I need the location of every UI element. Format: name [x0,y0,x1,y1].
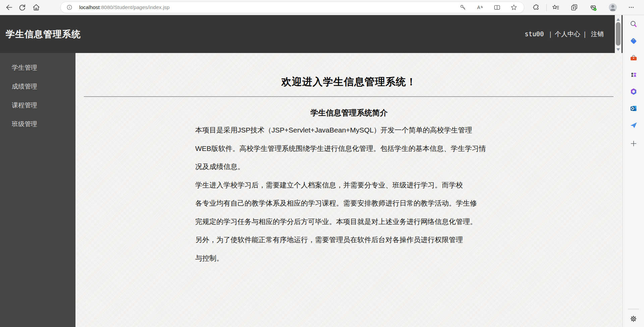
browser-essentials-button[interactable] [588,3,598,12]
rail-games-button[interactable] [629,70,639,80]
toolbar-separator [546,4,547,11]
read-aloud-icon: A [476,3,484,11]
more-options-button[interactable] [627,3,636,12]
separator: ｜ [582,31,588,38]
url-text[interactable]: localhost:8080/Student/pages/index.jsp [79,2,170,13]
rail-drop-button[interactable] [629,120,639,130]
header-frame-scrollbar[interactable] [615,15,622,53]
favorites-list-icon [551,3,560,12]
site-info-icon [66,4,73,11]
site-info-button[interactable] [65,3,74,12]
home-icon [32,3,41,12]
logout-link[interactable]: 注销 [591,31,604,38]
url-host: localhost [79,4,100,10]
browser-essentials-icon [589,3,598,12]
browser-toolbar: localhost:8080/Student/pages/index.jsp A [0,0,644,15]
search-icon [629,19,638,29]
back-icon [5,3,13,12]
rail-settings-button[interactable] [629,314,639,324]
home-button[interactable] [32,3,41,12]
rail-divider [628,309,639,309]
paragraph-line: 与控制。 [195,249,497,268]
sidebar-item-course-mgmt[interactable]: 课程管理 [0,96,75,115]
address-bar[interactable]: localhost:8080/Student/pages/index.jsp A [60,2,524,13]
divider-rule [84,96,613,97]
sidebar-item-grade-mgmt[interactable]: 成绩管理 [0,77,75,96]
more-options-icon [627,3,636,12]
extensions-button[interactable] [531,3,541,12]
split-screen-button[interactable] [493,3,501,12]
intro-title: 学生信息管理系统简介 [75,108,623,118]
plus-icon [629,139,638,148]
paragraph-line: 另外，为了使软件能正常有序地运行，需要管理员在软件后台对各操作员进行权限管理 [195,231,497,249]
profile-avatar-icon [608,3,618,12]
favorite-button[interactable] [509,3,518,12]
main-content: 欢迎进入学生信息管理系统！ 学生信息管理系统简介 本项目是采用JSP技术（JSP… [75,53,623,327]
app-header: 学生信息管理系统 stu00｜个人中心｜ 注销 [0,15,623,53]
microsoft-365-icon [629,87,638,96]
welcome-title: 欢迎进入学生信息管理系统！ [75,75,623,89]
favorite-star-icon [510,3,518,11]
refresh-button[interactable] [17,3,27,12]
paragraph-line: 完规定的学习任务与相应的学分后方可毕业。本项目就是对上述业务进行网络信息化管理。 [195,213,497,231]
edge-sidebar-rail [623,15,644,327]
user-box: stu00｜个人中心｜ 注销 [525,30,604,39]
rail-add-button[interactable] [629,139,639,149]
username: stu00 [525,30,544,38]
paragraph-line: 况及成绩信息。 [195,158,497,176]
scrollbar-down-arrow[interactable] [616,48,620,51]
scrollbar-thumb[interactable] [616,22,621,46]
extensions-icon [532,3,540,12]
paragraph-line: 学生进入学校学习后，需要建立个人档案信息，并需要分专业、班级进行学习。而学校 [195,176,497,195]
url-path: :8080/Student/pages/index.jsp [100,4,170,10]
paragraph-line: 各专业均有自己的教学体系及相应的学习课程。需要安排教师进行日常的教学活动。学生修 [195,194,497,213]
toolbox-icon [629,53,638,63]
scrollbar-up-arrow[interactable] [616,18,620,21]
settings-gear-icon [629,314,638,323]
sidebar-menu: 学生管理 成绩管理 课程管理 班级管理 [0,53,75,327]
password-button[interactable] [459,3,467,12]
back-button[interactable] [4,3,14,12]
intro-paragraphs: 本项目是采用JSP技术（JSP+Servlet+JavaBean+MySQL）开… [195,121,497,267]
rail-tools-button[interactable] [629,53,639,63]
collections-icon [570,3,579,12]
profile-button[interactable] [608,3,618,12]
refresh-icon [18,3,26,12]
paragraph-line: WEB版软件。高校学生管理系统围绕学生进行信息化管理。包括学生的基本信息、学生学… [195,140,497,158]
split-screen-icon [493,3,501,11]
rail-shopping-button[interactable] [629,36,639,46]
key-icon [459,4,467,11]
profile-center-link[interactable]: 个人中心 [555,31,580,38]
read-aloud-button[interactable]: A [476,3,484,12]
sidebar-item-class-mgmt[interactable]: 班级管理 [0,115,75,133]
drop-paper-plane-icon [629,120,638,130]
favorites-list-button[interactable] [551,3,560,12]
page-viewport: 学生信息管理系统 stu00｜个人中心｜ 注销 学生管理 成绩管理 课程管理 班… [0,15,623,327]
games-icon [629,70,638,79]
rail-microsoft365-button[interactable] [629,87,639,97]
separator: ｜ [547,31,553,38]
sidebar-item-student-mgmt[interactable]: 学生管理 [0,58,75,77]
collections-button[interactable] [570,3,579,12]
outlook-icon [629,104,638,113]
svg-text:A: A [477,5,480,10]
paragraph-line: 本项目是采用JSP技术（JSP+Servlet+JavaBean+MySQL）开… [195,121,497,140]
rail-search-button[interactable] [629,19,639,29]
app-title: 学生信息管理系统 [6,28,81,40]
rail-outlook-button[interactable] [629,103,639,113]
shopping-tag-icon [629,36,638,46]
